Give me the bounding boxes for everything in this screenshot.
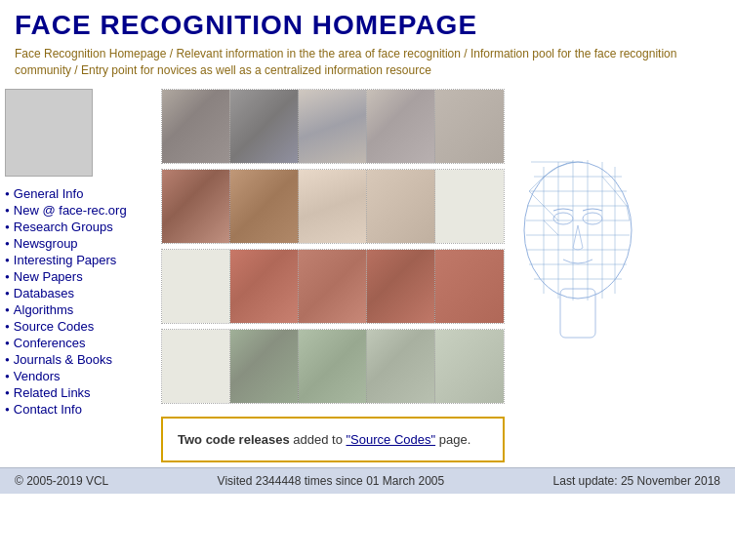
sidebar-nav: General Info New @ face-rec.org Research… xyxy=(5,186,151,417)
footer-update: Last update: 25 November 2018 xyxy=(553,474,720,488)
sidebar-item-conferences[interactable]: Conferences xyxy=(5,336,151,350)
sidebar-link-algorithms[interactable]: Algorithms xyxy=(14,302,73,317)
face-cell-2-2 xyxy=(230,170,299,243)
face-cell-3-5 xyxy=(435,250,504,323)
news-box: Two code releases added to "Source Codes… xyxy=(161,417,505,463)
svg-line-26 xyxy=(615,191,627,206)
face-cell-4-5 xyxy=(435,330,504,403)
face-cell-3-3 xyxy=(299,250,367,323)
footer-visits: Visited 2344448 times since 01 March 200… xyxy=(218,474,445,488)
svg-rect-1 xyxy=(560,289,595,338)
face-row-1 xyxy=(162,90,504,163)
face-cell-1-3 xyxy=(299,90,367,163)
sidebar-link-conferences[interactable]: Conferences xyxy=(14,336,86,350)
face-grid-area: Two code releases added to "Source Codes… xyxy=(161,89,505,463)
sidebar: General Info New @ face-rec.org Research… xyxy=(0,84,151,468)
svg-line-19 xyxy=(529,177,544,191)
sidebar-item-vendors[interactable]: Vendors xyxy=(5,369,151,383)
svg-point-0 xyxy=(524,162,632,299)
footer: © 2005-2019 VCL Visited 2344448 times si… xyxy=(0,467,735,494)
sidebar-link-new[interactable]: New @ face-rec.org xyxy=(14,203,127,218)
face-grid-row2 xyxy=(161,169,505,244)
sidebar-link-related-links[interactable]: Related Links xyxy=(14,385,91,400)
svg-point-16 xyxy=(583,213,602,224)
sidebar-link-interesting-papers[interactable]: Interesting Papers xyxy=(14,253,117,267)
svg-line-21 xyxy=(558,162,573,167)
sidebar-item-newsgroup[interactable]: Newsgroup xyxy=(5,236,151,251)
sidebar-item-source-codes[interactable]: Source Codes xyxy=(5,319,151,334)
sidebar-item-new-papers[interactable]: New Papers xyxy=(5,269,151,284)
page-header: FACE RECOGNITION HOMEPAGE Face Recogniti… xyxy=(0,0,735,84)
sidebar-link-newsgroup[interactable]: Newsgroup xyxy=(14,236,78,251)
sidebar-image xyxy=(5,89,93,177)
face-cell-4-3 xyxy=(299,330,367,403)
face-cell-4-2 xyxy=(230,330,299,403)
sidebar-link-general-info[interactable]: General Info xyxy=(14,186,84,201)
face-grid-row1 xyxy=(161,89,505,164)
footer-copyright: © 2005-2019 VCL xyxy=(15,474,108,488)
sidebar-link-vendors[interactable]: Vendors xyxy=(14,369,61,383)
content-area: Two code releases added to "Source Codes… xyxy=(161,89,725,463)
sidebar-link-new-papers[interactable]: New Papers xyxy=(14,269,83,284)
face-cell-1-4 xyxy=(367,90,435,163)
page-subtitle: Face Recognition Homepage / Relevant inf… xyxy=(15,46,720,79)
sidebar-link-databases[interactable]: Databases xyxy=(14,286,74,300)
face-row-4 xyxy=(162,330,504,403)
wire-face-container xyxy=(505,89,651,391)
sidebar-item-new[interactable]: New @ face-rec.org xyxy=(5,203,151,218)
sidebar-item-research-groups[interactable]: Research Groups xyxy=(5,220,151,234)
news-source-codes-link[interactable]: "Source Codes" xyxy=(347,432,436,447)
news-mid: added to xyxy=(293,432,346,447)
face-cell-2-5 xyxy=(435,170,504,243)
face-grid-row3 xyxy=(161,249,505,324)
face-cell-1-5 xyxy=(435,90,504,163)
sidebar-item-contact-info[interactable]: Contact Info xyxy=(5,402,151,417)
face-cell-3-2 xyxy=(230,250,299,323)
sidebar-item-databases[interactable]: Databases xyxy=(5,286,151,300)
sidebar-item-journals-books[interactable]: Journals & Books xyxy=(5,352,151,367)
svg-line-22 xyxy=(529,191,544,206)
face-cell-3-4 xyxy=(367,250,435,323)
face-cell-2-3 xyxy=(299,170,367,243)
sidebar-link-journals-books[interactable]: Journals & Books xyxy=(14,352,112,367)
news-end: page. xyxy=(439,432,471,447)
sidebar-item-related-links[interactable]: Related Links xyxy=(5,385,151,400)
face-row-3 xyxy=(162,250,504,323)
sidebar-item-general-info[interactable]: General Info xyxy=(5,186,151,201)
main-content: Two code releases added to "Source Codes… xyxy=(151,84,735,468)
face-cell-1-2 xyxy=(230,90,299,163)
face-cell-2-1 xyxy=(162,170,230,243)
svg-line-23 xyxy=(544,206,558,220)
main-layout: General Info New @ face-rec.org Research… xyxy=(0,84,735,468)
face-cell-3-1 xyxy=(162,250,230,323)
face-cell-2-4 xyxy=(367,170,435,243)
news-text: Two code releases added to "Source Codes… xyxy=(178,430,488,450)
sidebar-item-interesting-papers[interactable]: Interesting Papers xyxy=(5,253,151,267)
svg-line-20 xyxy=(544,167,558,177)
sidebar-link-source-codes[interactable]: Source Codes xyxy=(14,319,94,334)
face-cell-4-4 xyxy=(367,330,435,403)
face-row-2 xyxy=(162,170,504,243)
news-bold: Two code releases xyxy=(178,432,290,447)
face-cell-1-1 xyxy=(162,90,230,163)
page-title: FACE RECOGNITION HOMEPAGE xyxy=(15,10,720,41)
sidebar-link-contact-info[interactable]: Contact Info xyxy=(14,402,82,417)
wire-face-svg xyxy=(510,94,646,386)
sidebar-item-algorithms[interactable]: Algorithms xyxy=(5,302,151,317)
sidebar-link-research-groups[interactable]: Research Groups xyxy=(14,220,113,234)
face-cell-4-1 xyxy=(162,330,230,403)
face-grid-row4 xyxy=(161,329,505,404)
